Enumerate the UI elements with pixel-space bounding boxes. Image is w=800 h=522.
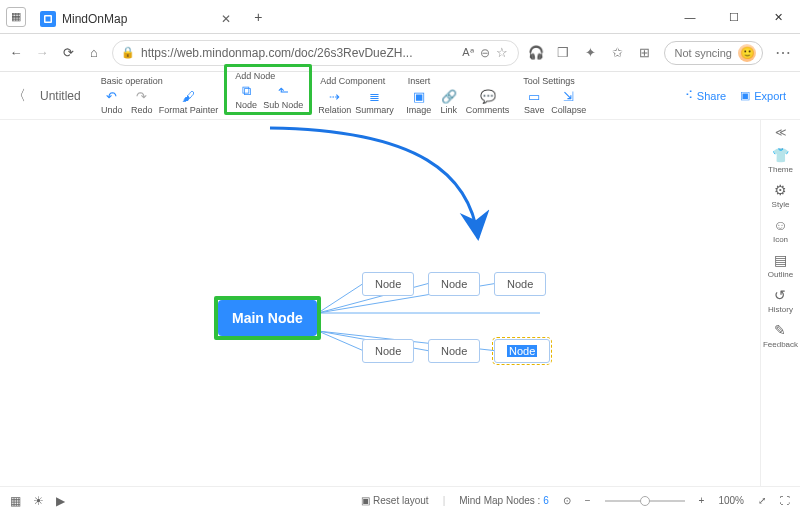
history-icon: ↺ <box>774 287 786 303</box>
group-title-add-node: Add Node <box>233 67 303 81</box>
connectors-overlay <box>0 120 760 486</box>
group-title-add-component: Add Component <box>318 72 394 86</box>
extensions-icon[interactable]: ✦ <box>583 45 598 60</box>
refresh-button[interactable]: ⟳ <box>60 45 76 61</box>
group-tool-settings: Tool Settings ▭Save ⇲Collapse <box>515 72 592 115</box>
insert-link-button[interactable]: 🔗Link <box>436 88 462 115</box>
right-sidepanel: ≪ 👕Theme ⚙Style ☺Icon ▤Outline ↺History … <box>760 120 800 486</box>
relation-button[interactable]: ⇢Relation <box>318 88 351 115</box>
share-button[interactable]: ⠪Share <box>685 89 726 102</box>
url-text: https://web.mindonmap.com/doc/26s3RevDue… <box>141 46 456 60</box>
minimize-button[interactable]: — <box>668 0 712 34</box>
collapse-button[interactable]: ⇲Collapse <box>551 88 586 115</box>
more-menu-icon[interactable]: ⋯ <box>775 43 792 62</box>
redo-button[interactable]: ↷Redo <box>129 88 155 115</box>
side-theme[interactable]: 👕Theme <box>768 147 793 174</box>
favorites-icon[interactable]: ✩ <box>610 45 625 60</box>
theme-toggle-icon[interactable]: ☀ <box>33 494 44 508</box>
group-add-component: Add Component ⇢Relation ≣Summary <box>312 72 400 115</box>
cube-icon[interactable]: ❒ <box>556 45 571 60</box>
doc-title[interactable]: Untitled <box>40 89 81 103</box>
status-left: ▦ ☀ ▶ <box>10 494 65 508</box>
child-node-r1c2[interactable]: Node <box>428 272 480 296</box>
toolbar-groups: Basic operation ↶Undo ↷Redo 🖌Format Pain… <box>93 72 593 119</box>
home-button[interactable]: ⌂ <box>86 45 102 61</box>
window-controls: — ☐ ✕ <box>668 0 800 33</box>
add-subnode-button[interactable]: ⬑Sub Node <box>263 83 303 110</box>
group-title-basic: Basic operation <box>99 72 219 86</box>
child-node-r2c1[interactable]: Node <box>362 339 414 363</box>
new-tab-button[interactable]: + <box>247 6 269 28</box>
group-insert: Insert ▣Image 🔗Link 💬Comments <box>400 72 516 115</box>
address-right-icons: 🎧 ❒ ✦ ✩ ⊞ Not syncing 🙂 ⋯ <box>529 41 792 65</box>
canvas[interactable]: Main Node Node Node Node Node Node Node <box>0 120 760 486</box>
browser-address-bar: ← → ⟳ ⌂ 🔒 https://web.mindonmap.com/doc/… <box>0 34 800 72</box>
summary-button[interactable]: ≣Summary <box>355 88 394 115</box>
group-title-tool-settings: Tool Settings <box>521 72 586 86</box>
close-window-button[interactable]: ✕ <box>756 0 800 34</box>
zoom-slider[interactable] <box>605 500 685 502</box>
side-history[interactable]: ↺History <box>768 287 793 314</box>
favicon-mindonmap <box>40 11 56 27</box>
share-icon: ⠪ <box>685 89 693 102</box>
text-size-icon[interactable]: Aᵃ <box>462 46 473 59</box>
group-title-insert: Insert <box>406 72 510 86</box>
theme-icon: 👕 <box>772 147 789 163</box>
insert-image-button[interactable]: ▣Image <box>406 88 432 115</box>
group-basic-operation: Basic operation ↶Undo ↷Redo 🖌Format Pain… <box>93 72 225 115</box>
tab-title: MindOnMap <box>62 12 127 26</box>
add-node-button[interactable]: ⧉Node <box>233 83 259 110</box>
toolbar-left: 〈 Untitled <box>0 72 93 119</box>
child-node-r2c2[interactable]: Node <box>428 339 480 363</box>
tab-current[interactable]: MindOnMap ✕ <box>30 5 243 33</box>
main-area: Main Node Node Node Node Node Node Node … <box>0 120 800 486</box>
child-node-r2c3-selected[interactable]: Node <box>494 339 550 363</box>
child-node-r1c3[interactable]: Node <box>494 272 546 296</box>
icon-icon: ☺ <box>773 217 787 233</box>
favorite-icon[interactable]: ☆ <box>496 45 508 60</box>
zoom-out-icon[interactable]: ⊖ <box>480 46 490 60</box>
side-icon[interactable]: ☺Icon <box>773 217 788 244</box>
child-node-r1c1[interactable]: Node <box>362 272 414 296</box>
status-bar: ▦ ☀ ▶ ▣Reset layout | Mind Map Nodes : 6… <box>0 486 800 514</box>
zoom-out-button[interactable]: − <box>585 495 591 506</box>
save-button[interactable]: ▭Save <box>521 88 547 115</box>
avatar: 🙂 <box>738 44 756 62</box>
insert-comments-button[interactable]: 💬Comments <box>466 88 510 115</box>
grid-icon[interactable]: ▦ <box>10 494 21 508</box>
headphones-icon[interactable]: 🎧 <box>529 45 544 60</box>
zoom-percent[interactable]: 100% <box>718 495 744 506</box>
collections-icon[interactable]: ⊞ <box>637 45 652 60</box>
node-count-label: Mind Map Nodes : 6 <box>459 495 549 506</box>
maximize-button[interactable]: ☐ <box>712 0 756 34</box>
fit-icon[interactable]: ⤢ <box>758 495 766 506</box>
back-button[interactable]: ← <box>8 45 24 61</box>
feedback-icon: ✎ <box>774 322 786 338</box>
status-right: ▣Reset layout | Mind Map Nodes : 6 ⊙ − +… <box>361 495 790 506</box>
side-feedback[interactable]: ✎Feedback <box>763 322 798 349</box>
export-button[interactable]: ▣Export <box>740 89 786 102</box>
locate-icon[interactable]: ⊙ <box>563 495 571 506</box>
profile-sync-pill[interactable]: Not syncing 🙂 <box>664 41 763 65</box>
group-add-node: Add Node ⧉Node ⬑Sub Node <box>224 64 312 115</box>
tab-close-icon[interactable]: ✕ <box>219 12 233 26</box>
main-node[interactable]: Main Node <box>218 300 317 336</box>
tab-actions-icon[interactable]: ▦ <box>6 7 26 27</box>
forward-button[interactable]: → <box>34 45 50 61</box>
tab-strip: ▦ MindOnMap ✕ + <box>0 0 668 33</box>
format-painter-button[interactable]: 🖌Format Painter <box>159 88 219 115</box>
browser-titlebar: ▦ MindOnMap ✕ + — ☐ ✕ <box>0 0 800 34</box>
nav-buttons: ← → ⟳ ⌂ <box>8 45 102 61</box>
side-outline[interactable]: ▤Outline <box>768 252 793 279</box>
address-input[interactable]: 🔒 https://web.mindonmap.com/doc/26s3RevD… <box>112 40 519 66</box>
undo-button[interactable]: ↶Undo <box>99 88 125 115</box>
side-style[interactable]: ⚙Style <box>772 182 790 209</box>
collapse-sidepanel-icon[interactable]: ≪ <box>775 126 787 139</box>
zoom-in-button[interactable]: + <box>699 495 705 506</box>
style-icon: ⚙ <box>774 182 787 198</box>
present-icon[interactable]: ▶ <box>56 494 65 508</box>
fullscreen-icon[interactable]: ⛶ <box>780 495 790 506</box>
app-toolbar: 〈 Untitled Basic operation ↶Undo ↷Redo 🖌… <box>0 72 800 120</box>
reset-layout-button[interactable]: ▣Reset layout <box>361 495 429 506</box>
back-to-files-icon[interactable]: 〈 <box>12 87 26 105</box>
